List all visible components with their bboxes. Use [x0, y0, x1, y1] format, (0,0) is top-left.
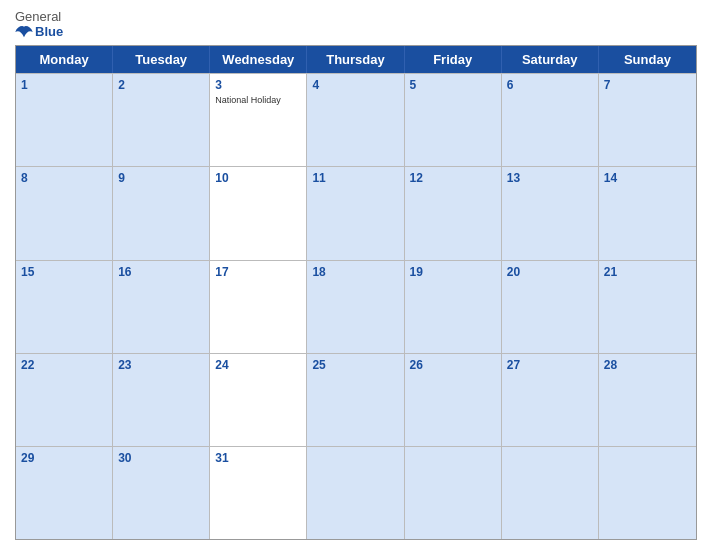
day-number: 20: [507, 264, 520, 281]
holiday-label: National Holiday: [215, 95, 281, 106]
day-number: 6: [507, 77, 514, 94]
day-number: 28: [604, 357, 617, 374]
day-cell-3-2: 16: [113, 261, 210, 353]
col-saturday: Saturday: [502, 46, 599, 73]
day-number: 23: [118, 357, 131, 374]
day-cell-5-6: [502, 447, 599, 539]
day-number: 1: [21, 77, 28, 94]
day-cell-4-6: 27: [502, 354, 599, 446]
logo-general-text: General: [15, 10, 61, 24]
day-number: 19: [410, 264, 423, 281]
day-cell-1-2: 2: [113, 74, 210, 166]
day-number: 25: [312, 357, 325, 374]
col-friday: Friday: [405, 46, 502, 73]
col-thursday: Thursday: [307, 46, 404, 73]
day-cell-3-3: 17: [210, 261, 307, 353]
day-number: 11: [312, 170, 325, 187]
day-cell-1-4: 4: [307, 74, 404, 166]
day-cell-1-6: 6: [502, 74, 599, 166]
calendar-grid: Monday Tuesday Wednesday Thursday Friday…: [15, 45, 697, 540]
day-number: 12: [410, 170, 423, 187]
day-cell-1-1: 1: [16, 74, 113, 166]
day-cell-2-1: 8: [16, 167, 113, 259]
day-number: 14: [604, 170, 617, 187]
day-cell-3-5: 19: [405, 261, 502, 353]
day-number: 9: [118, 170, 125, 187]
day-cell-4-3: 24: [210, 354, 307, 446]
day-cell-4-5: 26: [405, 354, 502, 446]
day-cell-2-4: 11: [307, 167, 404, 259]
day-number: 3: [215, 77, 222, 94]
day-number: 17: [215, 264, 228, 281]
day-cell-4-4: 25: [307, 354, 404, 446]
logo: General Blue: [15, 10, 63, 39]
day-number: 16: [118, 264, 131, 281]
day-cell-1-5: 5: [405, 74, 502, 166]
day-cell-2-5: 12: [405, 167, 502, 259]
header: General Blue: [15, 10, 697, 39]
day-cell-3-4: 18: [307, 261, 404, 353]
day-cell-1-7: 7: [599, 74, 696, 166]
day-number: 15: [21, 264, 34, 281]
calendar-header-row: Monday Tuesday Wednesday Thursday Friday…: [16, 46, 696, 73]
week-row-1: 123National Holiday4567: [16, 73, 696, 166]
day-cell-2-7: 14: [599, 167, 696, 259]
logo-bird-icon: [15, 25, 33, 39]
day-number: 4: [312, 77, 319, 94]
day-number: 31: [215, 450, 228, 467]
day-cell-5-7: [599, 447, 696, 539]
day-number: 18: [312, 264, 325, 281]
week-row-5: 293031: [16, 446, 696, 539]
logo-blue-text: Blue: [15, 24, 63, 39]
day-number: 26: [410, 357, 423, 374]
col-wednesday: Wednesday: [210, 46, 307, 73]
day-cell-2-3: 10: [210, 167, 307, 259]
week-row-2: 891011121314: [16, 166, 696, 259]
day-number: 7: [604, 77, 611, 94]
day-number: 29: [21, 450, 34, 467]
day-cell-1-3: 3National Holiday: [210, 74, 307, 166]
col-monday: Monday: [16, 46, 113, 73]
day-cell-5-4: [307, 447, 404, 539]
day-number: 8: [21, 170, 28, 187]
col-sunday: Sunday: [599, 46, 696, 73]
day-cell-3-1: 15: [16, 261, 113, 353]
day-cell-3-7: 21: [599, 261, 696, 353]
day-cell-3-6: 20: [502, 261, 599, 353]
day-cell-4-7: 28: [599, 354, 696, 446]
week-row-3: 15161718192021: [16, 260, 696, 353]
day-cell-5-2: 30: [113, 447, 210, 539]
day-number: 22: [21, 357, 34, 374]
day-cell-4-1: 22: [16, 354, 113, 446]
day-number: 27: [507, 357, 520, 374]
day-number: 24: [215, 357, 228, 374]
week-row-4: 22232425262728: [16, 353, 696, 446]
day-cell-2-6: 13: [502, 167, 599, 259]
day-number: 2: [118, 77, 125, 94]
day-number: 10: [215, 170, 228, 187]
day-cell-4-2: 23: [113, 354, 210, 446]
day-cell-5-1: 29: [16, 447, 113, 539]
day-cell-5-3: 31: [210, 447, 307, 539]
day-number: 30: [118, 450, 131, 467]
day-number: 13: [507, 170, 520, 187]
calendar-body: 123National Holiday456789101112131415161…: [16, 73, 696, 539]
day-cell-5-5: [405, 447, 502, 539]
day-number: 21: [604, 264, 617, 281]
calendar-page: General Blue Monday Tuesday Wednesday Th…: [0, 0, 712, 550]
col-tuesday: Tuesday: [113, 46, 210, 73]
day-cell-2-2: 9: [113, 167, 210, 259]
day-number: 5: [410, 77, 417, 94]
